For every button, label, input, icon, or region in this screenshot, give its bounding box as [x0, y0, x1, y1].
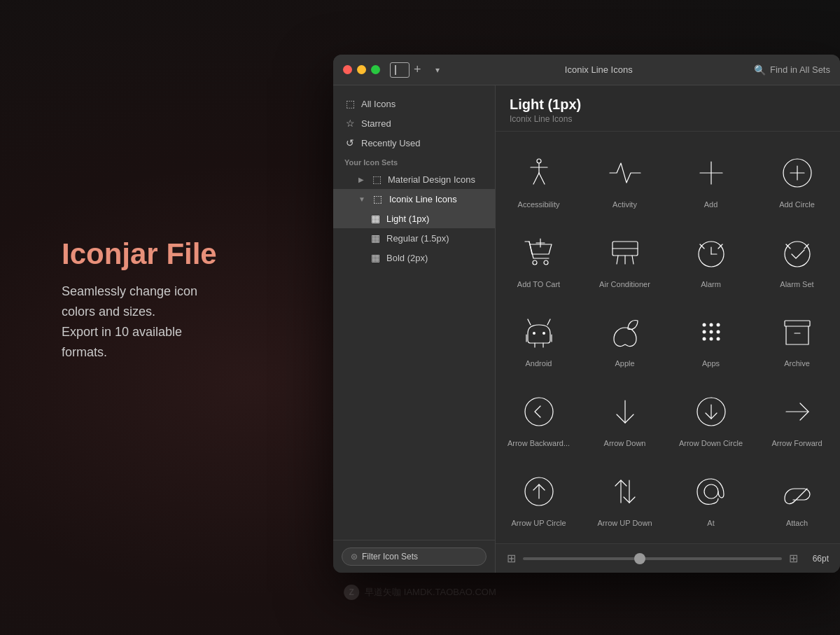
svg-point-37 — [716, 323, 720, 327]
grid-small-icon: ⊞ — [507, 552, 516, 565]
svg-point-24 — [785, 242, 810, 267]
svg-point-38 — [702, 330, 706, 334]
chevron-down-button[interactable]: ▾ — [431, 64, 444, 76]
size-label: 66pt — [805, 554, 829, 564]
arrow-up-circle-icon — [518, 470, 560, 512]
titlebar-actions: + ▾ — [410, 61, 444, 78]
svg-point-46 — [525, 398, 553, 426]
sidebar-item-all-icons[interactable]: ⬚ All Icons — [333, 94, 495, 113]
icon-cell-add[interactable]: Add — [669, 140, 752, 217]
at-icon — [690, 470, 732, 512]
icon-cell-arrow-up-circle[interactable]: Arrow UP Circle — [497, 458, 580, 535]
icon-cell-at[interactable]: At — [669, 458, 752, 535]
grid-icon: ▦ — [370, 252, 381, 263]
expand-icon: ▶ — [358, 176, 364, 183]
apps-icon — [690, 311, 732, 353]
icon-cell-android[interactable]: Android — [497, 299, 580, 376]
svg-point-43 — [716, 337, 720, 341]
icon-cell-alarm-set[interactable]: Alarm Set — [755, 220, 839, 297]
all-icons-label: All Icons — [361, 99, 396, 109]
recently-used-label: Recently Used — [361, 138, 421, 148]
archive-icon — [776, 311, 818, 353]
icon-cell-activity[interactable]: Activity — [583, 140, 666, 217]
arrow-down-label: Arrow Down — [604, 438, 646, 448]
hero-section: Iconjar File Seamlessly change iconcolor… — [62, 238, 217, 362]
close-button[interactable] — [343, 65, 352, 74]
svg-point-42 — [709, 337, 713, 341]
size-slider[interactable] — [523, 557, 782, 560]
traffic-lights — [343, 65, 380, 74]
watermark-logo: Z — [344, 585, 359, 600]
icon-cell-accessibility[interactable]: Accessibility — [497, 140, 580, 217]
add-label: Add — [704, 200, 718, 209]
add-button[interactable]: + — [410, 61, 426, 78]
minimize-button[interactable] — [357, 65, 366, 74]
apps-label: Apps — [702, 358, 720, 368]
arrow-forward-label: Arrow Forward — [771, 438, 822, 448]
icon-cell-archive[interactable]: Archive — [755, 299, 839, 376]
svg-line-34 — [547, 319, 550, 325]
attach-label: Attach — [786, 518, 808, 528]
svg-point-28 — [542, 332, 545, 335]
icon-cell-arrow-down-circle[interactable]: Arrow Down Circle — [669, 379, 752, 456]
svg-point-55 — [704, 484, 718, 498]
attach-icon — [776, 470, 818, 512]
sidebar-toggle-icon[interactable] — [390, 62, 410, 78]
icon-cell-alarm[interactable]: Alarm — [669, 220, 752, 297]
svg-point-10 — [533, 260, 537, 265]
maximize-button[interactable] — [371, 65, 380, 74]
sidebar-item-recently-used[interactable]: ↺ Recently Used — [333, 133, 495, 153]
air-conditioner-label: Air Conditioner — [599, 279, 650, 289]
sidebar-item-iconix-line[interactable]: ▼ ⬚ Iconix Line Icons — [333, 189, 495, 209]
apple-icon — [604, 311, 646, 353]
slider-track[interactable] — [523, 557, 782, 560]
iconix-line-label: Iconix Line Icons — [389, 194, 457, 204]
sidebar-item-bold-2px[interactable]: ▦ Bold (2px) — [333, 248, 495, 267]
add-to-cart-icon — [518, 232, 560, 274]
sidebar-item-regular-1-5px[interactable]: ▦ Regular (1.5px) — [333, 228, 495, 248]
folder-icon: ⬚ — [344, 98, 356, 109]
icon-cell-arrow-forward[interactable]: Arrow Forward — [755, 379, 839, 456]
activity-icon — [604, 152, 646, 194]
icon-cell-apple[interactable]: Apple — [583, 299, 666, 376]
air-conditioner-icon — [604, 232, 646, 274]
icon-cell-arrow-down[interactable]: Arrow Down — [583, 379, 666, 456]
filter-input[interactable]: ⊜ Filter Icon Sets — [342, 547, 486, 566]
icon-area-title: Light (1px) — [510, 97, 826, 113]
search-label: Find in All Sets — [770, 64, 830, 75]
android-icon — [518, 311, 560, 353]
icon-cell-add-circle[interactable]: Add Circle — [755, 140, 839, 217]
arrow-backward-label: Arrow Backward... — [507, 438, 570, 448]
slider-thumb[interactable] — [634, 553, 645, 564]
material-design-label: Material Design Icons — [388, 174, 475, 185]
icon-cell-arrow-backward[interactable]: Arrow Backward... — [497, 379, 580, 456]
svg-line-4 — [539, 173, 545, 184]
svg-point-40 — [716, 330, 720, 334]
sidebar-item-material-design[interactable]: ▶ ⬚ Material Design Icons — [333, 169, 495, 189]
svg-point-11 — [544, 260, 548, 265]
sidebar-item-light-1px[interactable]: ▦ Light (1px) — [333, 209, 495, 228]
icon-cell-arrow-up-down[interactable]: Arrow UP Down — [583, 458, 666, 535]
at-label: At — [707, 518, 714, 528]
alarm-set-icon — [776, 232, 818, 274]
sidebar-item-starred[interactable]: ☆ Starred — [333, 113, 495, 133]
accessibility-icon — [518, 152, 560, 194]
icon-cell-attach[interactable]: Attach — [755, 458, 839, 535]
icon-cell-air-conditioner[interactable]: Air Conditioner — [583, 220, 666, 297]
app-window: + ▾ Iconix Line Icons 🔍 Find in All Sets… — [333, 55, 840, 573]
svg-line-3 — [533, 173, 539, 184]
svg-point-36 — [709, 323, 713, 327]
icon-area: Light (1px) Iconix Line Icons — [496, 85, 840, 573]
regular-1-5px-label: Regular (1.5px) — [386, 233, 449, 244]
folder-icon: ⬚ — [372, 193, 384, 204]
watermark: Z 早道矢咖 IAMDK.TAOBAO.COM — [344, 585, 496, 600]
icon-cell-apps[interactable]: Apps — [669, 299, 752, 376]
search-area[interactable]: 🔍 Find in All Sets — [754, 64, 830, 76]
alarm-icon — [690, 232, 732, 274]
arrow-down-circle-icon — [690, 391, 732, 433]
titlebar: + ▾ Iconix Line Icons 🔍 Find in All Sets — [333, 55, 840, 85]
sidebar-filter: ⊜ Filter Icon Sets — [333, 540, 495, 573]
arrow-down-icon — [604, 391, 646, 433]
arrow-up-down-label: Arrow UP Down — [597, 518, 652, 528]
icon-cell-add-to-cart[interactable]: Add TO Cart — [497, 220, 580, 297]
